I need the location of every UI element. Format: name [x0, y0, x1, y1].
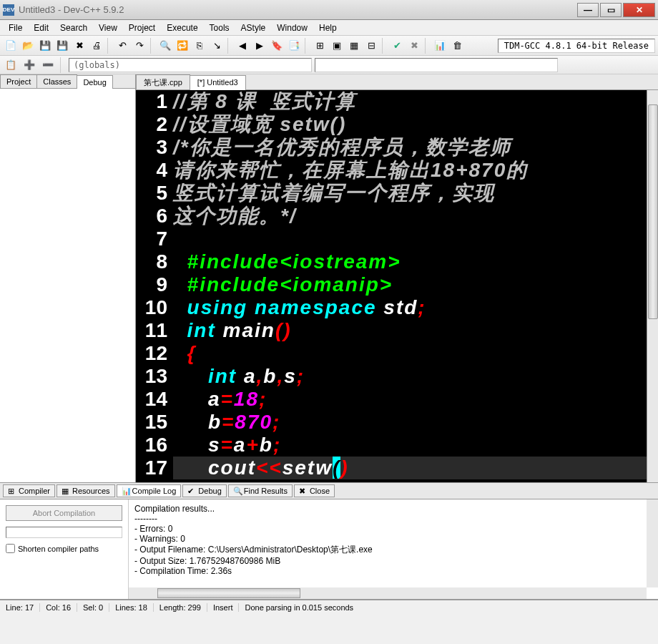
redo-icon[interactable]: ↷	[132, 38, 147, 54]
close-button[interactable]: ✕	[623, 3, 655, 17]
undo-icon[interactable]: ↶	[114, 38, 130, 54]
run-icon[interactable]: ▣	[329, 38, 345, 54]
line-gutter: 1234567891011121314151617	[136, 90, 173, 482]
side-tabs: ProjectClassesDebug	[0, 74, 135, 89]
bottom-tab-debug[interactable]: ✔Debug	[182, 484, 226, 497]
abort-compilation-button[interactable]: Abort Compilation	[6, 505, 122, 521]
status-bar: Line: 17 Col: 16 Sel: 0 Lines: 18 Length…	[0, 600, 658, 614]
file-tabs: 第七课.cpp[*] Untitled3	[136, 74, 658, 90]
side-tab-debug[interactable]: Debug	[77, 75, 112, 89]
new-project-icon[interactable]: 📋	[3, 57, 19, 73]
find-next-icon[interactable]: ⎘	[192, 38, 207, 54]
remove-file-icon[interactable]: ➖	[40, 57, 56, 73]
compiler-selector[interactable]: TDM-GCC 4.8.1 64-bit Release	[498, 39, 655, 53]
menu-execute[interactable]: Execute	[161, 21, 203, 34]
vertical-scrollbar[interactable]	[647, 90, 658, 482]
code-area[interactable]: //第 8 课 竖式计算//设置域宽 setw()/*你是一名优秀的程序员，数学…	[173, 90, 658, 482]
profile-icon[interactable]: 📊	[432, 38, 448, 54]
output-vscroll[interactable]	[647, 499, 658, 587]
scope-dropdown[interactable]: (globals)	[69, 58, 312, 72]
rebuild-icon[interactable]: ⊟	[363, 38, 379, 54]
side-tab-classes[interactable]: Classes	[36, 74, 77, 88]
open-icon[interactable]: 📂	[20, 38, 36, 54]
bottom-tab-resources[interactable]: ▦Resources	[57, 484, 115, 497]
app-icon: DEV	[3, 4, 14, 16]
function-dropdown[interactable]	[315, 58, 558, 72]
bottom-tab-find-results[interactable]: 🔍Find Results	[228, 484, 293, 497]
goto-bookmark-icon[interactable]: 📑	[286, 38, 302, 54]
menu-astyle[interactable]: AStyle	[235, 21, 272, 34]
status-length: Length: 299	[154, 603, 207, 612]
menu-bar: FileEditSearchViewProjectExecuteToolsASt…	[0, 20, 658, 36]
debug-icon[interactable]: ✔	[389, 38, 405, 54]
compile-icon[interactable]: ⊞	[312, 38, 328, 54]
save-icon[interactable]: 💾	[37, 38, 53, 54]
minimize-button[interactable]: —	[577, 3, 599, 17]
compile-progress	[6, 527, 122, 538]
close-file-icon[interactable]: ✖	[72, 38, 87, 54]
title-bar: DEV Untitled3 - Dev-C++ 5.9.2 — ▭ ✕	[0, 0, 658, 20]
file-tab[interactable]: [*] Untitled3	[190, 75, 246, 90]
navigation-toolbar: 📋 ➕ ➖ (globals)	[0, 56, 658, 74]
output-hscroll[interactable]	[129, 587, 647, 599]
back-icon[interactable]: ◀	[235, 38, 250, 54]
bottom-tab-close[interactable]: ✖Close	[294, 484, 335, 497]
output-panel: Abort Compilation Shorten compiler paths…	[0, 499, 658, 600]
goto-icon[interactable]: ↘	[209, 38, 225, 54]
status-line: Line: 17	[0, 603, 40, 612]
menu-search[interactable]: Search	[54, 21, 93, 34]
bottom-tab-compile-log[interactable]: 📊Compile Log	[117, 484, 182, 497]
status-mode: Insert	[207, 603, 240, 612]
menu-window[interactable]: Window	[271, 21, 313, 34]
status-msg: Done parsing in 0.015 seconds	[239, 603, 658, 612]
replace-icon[interactable]: 🔁	[175, 38, 190, 54]
delete-profile-icon[interactable]: 🗑	[449, 38, 465, 54]
bottom-tabs: ⊞Compiler▦Resources📊Compile Log✔Debug🔍Fi…	[0, 482, 658, 499]
menu-file[interactable]: File	[3, 21, 28, 34]
status-lines: Lines: 18	[109, 603, 154, 612]
bottom-tab-compiler[interactable]: ⊞Compiler	[3, 484, 55, 497]
bookmark-icon[interactable]: 🔖	[269, 38, 285, 54]
compile-run-icon[interactable]: ▦	[346, 38, 362, 54]
side-content	[0, 89, 135, 482]
side-panel: ProjectClassesDebug	[0, 74, 136, 482]
new-file-icon[interactable]: 📄	[3, 38, 19, 54]
menu-help[interactable]: Help	[313, 21, 343, 34]
status-sel: Sel: 0	[77, 603, 109, 612]
save-all-icon[interactable]: 💾	[54, 38, 70, 54]
menu-edit[interactable]: Edit	[28, 21, 54, 34]
compile-log[interactable]: Compilation results...--------- Errors: …	[129, 499, 658, 599]
menu-project[interactable]: Project	[123, 21, 161, 34]
stop-icon[interactable]: ✖	[406, 38, 422, 54]
print-icon[interactable]: 🖨	[89, 38, 104, 54]
menu-view[interactable]: View	[93, 21, 123, 34]
find-icon[interactable]: 🔍	[157, 38, 173, 54]
window-title: Untitled3 - Dev-C++ 5.9.2	[19, 4, 577, 15]
menu-tools[interactable]: Tools	[204, 21, 235, 34]
forward-icon[interactable]: ▶	[252, 38, 267, 54]
code-editor[interactable]: 1234567891011121314151617 //第 8 课 竖式计算//…	[136, 90, 658, 482]
main-toolbar: 📄 📂 💾 💾 ✖ 🖨 ↶ ↷ 🔍 🔁 ⎘ ↘ ◀ ▶ 🔖 📑 ⊞ ▣ ▦ ⊟ …	[0, 36, 658, 56]
file-tab[interactable]: 第七课.cpp	[136, 74, 190, 89]
shorten-paths-checkbox[interactable]: Shorten compiler paths	[6, 544, 122, 553]
status-col: Col: 16	[40, 603, 77, 612]
add-file-icon[interactable]: ➕	[21, 57, 37, 73]
maximize-button[interactable]: ▭	[600, 3, 622, 17]
side-tab-project[interactable]: Project	[0, 74, 37, 88]
